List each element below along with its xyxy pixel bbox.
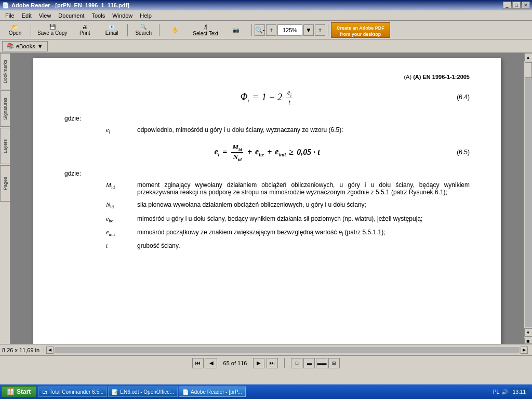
- lang-indicator: PL: [493, 389, 499, 395]
- ebooks-button[interactable]: 📚 eBooks ▼: [2, 41, 48, 51]
- signatures-tab[interactable]: Signatures: [0, 90, 10, 127]
- menu-view[interactable]: View: [36, 11, 55, 20]
- toolbar2: 📚 eBooks ▼: [0, 39, 532, 53]
- hand-tool-button[interactable]: ✋: [162, 22, 188, 38]
- layers-tab[interactable]: Layers: [0, 128, 10, 164]
- multi-page-button[interactable]: ⊞: [328, 358, 340, 368]
- oo-icon: 📝: [112, 389, 118, 395]
- header-standard: (A) EN 1996-1-1:2005: [413, 74, 470, 80]
- scroll-track[interactable]: [525, 62, 532, 327]
- save-copy-button[interactable]: 💾 Save a Copy: [34, 22, 71, 38]
- start-icon: 🪟: [7, 388, 15, 395]
- eq1-number: (6.4): [457, 94, 470, 101]
- def-einit: einit mimośród początkowy ze znakiem zwi…: [106, 229, 470, 237]
- separator2: [127, 24, 128, 36]
- eq1-math: Φi = 1 − 2 ei t: [241, 88, 294, 107]
- minimize-button[interactable]: _: [503, 2, 511, 9]
- create-pdf-button[interactable]: Create an Adobe PDF from your desktop: [331, 22, 390, 38]
- gdzie-1: gdzie:: [64, 115, 470, 122]
- t-symbol: t: [106, 242, 127, 250]
- app-icon: 📄: [2, 2, 9, 9]
- separator: [31, 24, 31, 36]
- zoom-out-button[interactable]: 🔍-: [255, 24, 265, 36]
- menu-document[interactable]: Document: [55, 11, 87, 20]
- zoom-in-button[interactable]: +: [266, 24, 276, 36]
- definitions-table: Mid moment zginający wywołany działaniem…: [106, 181, 470, 250]
- taskbar-item-total-commander[interactable]: 🗂 Total Commander 6.5...: [38, 387, 107, 397]
- open-button[interactable]: 📂 Open: [2, 22, 28, 38]
- toolbar: 📂 Open 💾 Save a Copy 🖨 Print 📧 Email 🔍 S…: [0, 21, 532, 39]
- print-icon: 🖨: [82, 24, 87, 30]
- page-info: 65 of 116: [219, 360, 251, 366]
- start-label: Start: [17, 388, 31, 395]
- eq2-number: (6.5): [457, 149, 470, 156]
- menu-file[interactable]: File: [2, 11, 18, 20]
- menu-window[interactable]: Window: [109, 11, 136, 20]
- start-button[interactable]: 🪟 Start: [1, 386, 36, 397]
- nav-separator: [284, 358, 285, 368]
- scrollbar-right: ▲ ▼ ◼: [524, 53, 532, 344]
- next-page-button[interactable]: ▶: [253, 358, 264, 368]
- pdf-wrapper[interactable]: (A) (A) EN 1996-1-1:2005 Φi = 1 − 2 ei t…: [10, 53, 524, 344]
- select-text-button[interactable]: 𝐼| Select Text: [189, 22, 222, 38]
- zoom-input[interactable]: 125%: [277, 24, 302, 36]
- einit-symbol: einit: [106, 229, 127, 237]
- zoom-dropdown-button[interactable]: ▼: [303, 24, 314, 36]
- ar-icon: 📄: [182, 389, 189, 395]
- two-page-button[interactable]: ▬▬: [316, 358, 327, 368]
- separator5: [328, 24, 328, 36]
- hand-icon: ✋: [172, 27, 178, 33]
- close-button[interactable]: ✕: [522, 2, 530, 9]
- def-ehe: ehe mimośród u góry i u dołu ściany, będ…: [106, 215, 470, 223]
- scroll-down-button[interactable]: ▼: [524, 328, 533, 337]
- camera-icon: 📷: [233, 27, 239, 33]
- fit-width-button[interactable]: ▬: [303, 358, 315, 368]
- menu-bar: File Edit View Document Tools Window Hel…: [0, 10, 532, 21]
- print-button[interactable]: 🖨 Print: [72, 22, 98, 38]
- zoom-area: + 125% ▼ +: [266, 24, 325, 36]
- side-tabs: Bookmarks Signatures Layers Pages: [0, 53, 10, 344]
- ebooks-dropdown-icon: ▼: [37, 43, 43, 49]
- system-tray-icons: 🔊: [501, 389, 508, 395]
- ehe-symbol: ehe: [106, 215, 127, 223]
- h-scroll-track[interactable]: [55, 347, 520, 353]
- bookmarks-tab[interactable]: Bookmarks: [0, 53, 10, 89]
- last-page-button[interactable]: ⏭: [267, 358, 278, 368]
- pages-tab[interactable]: Pages: [0, 165, 10, 202]
- search-icon: 🔍: [140, 24, 147, 30]
- taskbar-items: 🗂 Total Commander 6.5... 📝 EN6.odt - Ope…: [38, 387, 490, 397]
- menu-tools[interactable]: Tools: [89, 11, 109, 20]
- taskbar-item-openoffice[interactable]: 📝 EN6.odt - OpenOffice...: [108, 387, 178, 397]
- email-button[interactable]: 📧 Email: [99, 22, 125, 38]
- zoom-plus-button[interactable]: +: [315, 24, 325, 36]
- ebooks-label: eBooks: [16, 43, 35, 49]
- scroll-left-button[interactable]: ◀: [46, 347, 54, 354]
- status-bar: 8,26 x 11,69 in ◀ ▶: [0, 344, 532, 355]
- title-bar: 📄 Adobe Reader - [prPN_EN_1996_1_116.pdf…: [0, 0, 532, 10]
- fit-page-button[interactable]: □: [291, 358, 302, 368]
- scroll-right-button[interactable]: ▶: [521, 347, 528, 354]
- save-icon: 💾: [49, 24, 56, 30]
- separator4: [251, 24, 252, 36]
- page-size: 8,26 x 11,69 in: [2, 347, 44, 353]
- menu-help[interactable]: Help: [137, 11, 155, 20]
- eq2-math: ei = Mid Nid + ehe + einit ≥ 0,05 · t: [214, 143, 320, 162]
- menu-edit[interactable]: Edit: [19, 11, 35, 20]
- resize-handle: ◼: [524, 338, 533, 344]
- create-pdf-label: Create an Adobe PDF from your desktop: [337, 25, 384, 37]
- scroll-thumb[interactable]: [525, 62, 532, 78]
- taskbar-item-adobe[interactable]: 📄 Adobe Reader - [prP...: [179, 387, 246, 397]
- snapshot-button[interactable]: 📷: [223, 22, 249, 38]
- pdf-page: (A) (A) EN 1996-1-1:2005 Φi = 1 − 2 ei t…: [33, 58, 501, 344]
- gdzie-2: gdzie:: [64, 170, 470, 177]
- search-button[interactable]: 🔍 Search: [130, 22, 156, 38]
- main-area: Bookmarks Signatures Layers Pages (A) (A…: [0, 53, 532, 344]
- prev-page-button[interactable]: ◀: [206, 358, 217, 368]
- def-t: t grubość ściany.: [106, 242, 470, 250]
- open-icon: 📂: [12, 24, 18, 30]
- scroll-up-button[interactable]: ▲: [524, 53, 533, 61]
- first-page-button[interactable]: ⏮: [192, 358, 204, 368]
- restore-button[interactable]: □: [512, 2, 521, 9]
- mid-symbol: Mid: [106, 181, 127, 196]
- mid-text: moment zginający wywołany działaniem obc…: [137, 181, 470, 196]
